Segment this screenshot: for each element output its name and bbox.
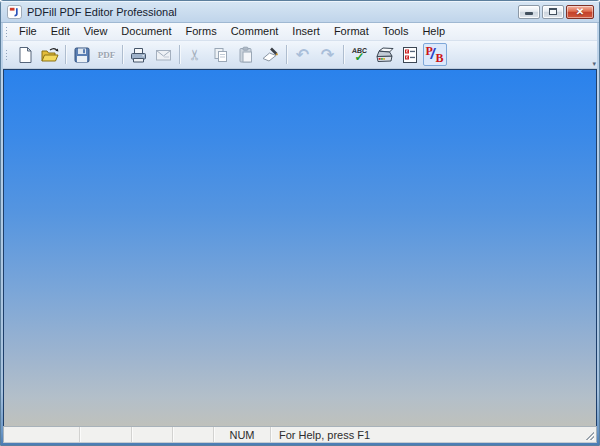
toolbar-grip-handle[interactable] (5, 49, 8, 60)
undo-button[interactable]: ↶ (291, 43, 315, 66)
status-pane-1 (4, 427, 80, 442)
save-floppy-icon (73, 46, 91, 64)
email-button[interactable] (152, 43, 176, 66)
new-document-icon (16, 46, 34, 64)
status-bar: NUM For Help, press F1 (3, 426, 597, 443)
open-folder-icon (40, 46, 60, 64)
toolbar-overflow-chevron-icon[interactable]: ▾ (592, 60, 596, 67)
menu-edit[interactable]: Edit (44, 24, 77, 39)
window-resize-grip[interactable] (586, 432, 594, 440)
open-file-button[interactable] (38, 43, 62, 66)
whiteout-button[interactable] (259, 43, 283, 66)
copy-button[interactable] (209, 43, 233, 66)
pdf-page-pb-button[interactable]: P / B (423, 43, 447, 66)
window-controls: ✕ (518, 5, 594, 19)
menu-insert[interactable]: Insert (285, 24, 327, 39)
close-icon: ✕ (576, 7, 584, 17)
status-pane-4 (173, 427, 214, 442)
scan-button[interactable] (373, 43, 397, 66)
menu-file[interactable]: File (12, 24, 44, 39)
minimize-button[interactable] (518, 5, 540, 19)
close-button[interactable]: ✕ (566, 5, 594, 19)
window-title: PDFill PDF Editor Professional (27, 6, 177, 18)
whiteout-pen-icon (261, 46, 280, 64)
form-fields-button[interactable] (398, 43, 422, 66)
copy-icon (212, 46, 230, 64)
spell-check-icon: ABC ✓ (352, 47, 367, 63)
toolbar-separator (65, 45, 66, 64)
menu-comment[interactable]: Comment (224, 24, 286, 39)
document-workspace[interactable] (3, 69, 597, 426)
undo-arrow-icon: ↶ (296, 47, 309, 63)
print-icon (129, 46, 148, 64)
toolbar-separator (179, 45, 180, 64)
title-bar[interactable]: PDFill PDF Editor Professional ✕ (1, 1, 599, 23)
menu-tools[interactable]: Tools (376, 24, 416, 39)
maximize-icon (549, 8, 557, 15)
redo-arrow-icon: ↷ (321, 47, 334, 63)
paste-button[interactable] (234, 43, 258, 66)
toolbar-separator (286, 45, 287, 64)
cut-scissors-icon: ✂ (188, 48, 203, 61)
menu-document[interactable]: Document (114, 24, 178, 39)
email-envelope-icon (154, 46, 173, 64)
spell-check-button[interactable]: ABC ✓ (348, 43, 372, 66)
save-button[interactable] (70, 43, 94, 66)
form-fields-list-icon (401, 46, 419, 64)
toolbar: PDF ✂ (3, 41, 597, 69)
scanner-icon (375, 46, 395, 64)
app-logo-icon (7, 5, 22, 19)
paste-clipboard-icon (237, 46, 255, 64)
toolbar-separator (122, 45, 123, 64)
maximize-button[interactable] (542, 5, 564, 19)
print-button[interactable] (127, 43, 151, 66)
save-as-pdf-icon: PDF (98, 50, 116, 60)
menu-view[interactable]: View (77, 24, 115, 39)
menu-bar: File Edit View Document Forms Comment In… (3, 23, 597, 41)
menu-format[interactable]: Format (327, 24, 376, 39)
toolbar-separator (343, 45, 344, 64)
save-as-pdf-button[interactable]: PDF (95, 43, 119, 66)
menu-help[interactable]: Help (415, 24, 452, 39)
new-document-button[interactable] (13, 43, 37, 66)
page-border-pb-icon: P / B (426, 46, 444, 64)
status-help-text: For Help, press F1 (271, 427, 596, 442)
cut-button[interactable]: ✂ (184, 43, 208, 66)
menu-forms[interactable]: Forms (179, 24, 224, 39)
status-pane-2 (80, 427, 132, 442)
menubar-grip-handle[interactable] (5, 26, 8, 37)
redo-button[interactable]: ↷ (316, 43, 340, 66)
status-pane-3 (132, 427, 173, 442)
num-lock-indicator: NUM (214, 427, 271, 442)
app-window: PDFill PDF Editor Professional ✕ File Ed… (0, 0, 600, 446)
minimize-icon (525, 12, 533, 15)
